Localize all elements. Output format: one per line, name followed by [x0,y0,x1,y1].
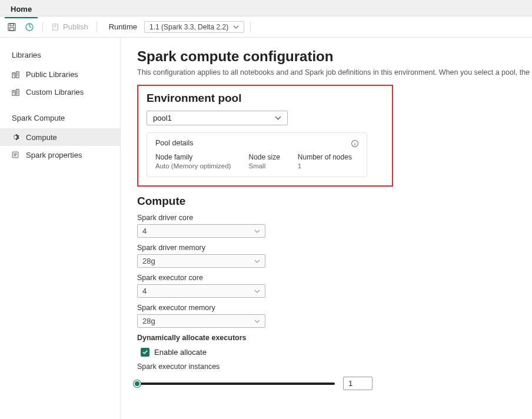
driver-memory-value: 28g [142,257,155,265]
info-icon[interactable] [350,139,360,148]
page-subtitle: This configuration applies to all notebo… [137,68,532,77]
enable-allocate-checkbox[interactable]: Enable allocate [137,344,532,357]
svg-rect-0 [8,24,15,31]
toolbar-separator [42,22,43,32]
sidebar-item-label: Custom Libraries [26,88,84,97]
toolbar-separator-2 [97,22,97,32]
num-nodes-label: Number of nodes [298,153,352,161]
sidebar-group-spark-compute: Spark Compute [0,111,120,128]
sidebar-item-custom-libraries[interactable]: Custom Libraries [0,83,120,101]
executor-instances-label: Spark executor instances [137,363,532,371]
pool-details-title: Pool details [155,139,358,147]
node-family-label: Node family [155,153,231,161]
executor-memory-value: 28g [142,317,155,325]
page-title: Spark compute configuration [137,48,532,65]
save-icon[interactable] [5,20,19,34]
chevron-down-icon [254,258,260,264]
properties-icon [11,150,20,159]
top-tab-bar: Home [0,0,532,16]
pool-node-family: Node family Auto (Memory optimized) [155,153,231,169]
toolbar: Publish Runtime 1.1 (Spark 3.3, Delta 2.… [0,16,532,38]
num-nodes-value: 1 [298,162,352,169]
building-icon [11,69,20,79]
driver-core-select[interactable]: 4 [137,224,265,238]
sidebar-item-spark-properties[interactable]: Spark properties [0,146,120,164]
environment-pool-section: Environment pool pool1 Pool details Node… [137,85,393,187]
node-family-value: Auto (Memory optimized) [155,162,231,169]
pool-dropdown[interactable]: pool1 [147,111,288,125]
publish-button[interactable]: Publish [49,21,91,32]
executor-core-select[interactable]: 4 [137,284,265,298]
chevron-down-icon [254,288,260,294]
chevron-down-icon [275,115,281,121]
enable-allocate-label: Enable allocate [154,348,207,357]
checkmark-icon [141,348,149,357]
building-icon [11,87,20,97]
driver-memory-label: Spark driver memory [137,244,532,252]
chevron-down-icon [254,318,260,324]
sidebar-item-public-libraries[interactable]: Public Libraries [0,65,120,83]
svg-rect-2 [10,28,14,31]
node-size-value: Small [248,162,280,169]
sidebar-item-compute[interactable]: Compute [0,128,120,146]
runtime-value: 1.1 (Spark 3.3, Delta 2.2) [149,23,228,31]
discard-icon[interactable] [22,20,36,34]
driver-memory-select[interactable]: 28g [137,254,265,268]
pool-node-size: Node size Small [248,153,280,169]
svg-rect-1 [10,24,14,26]
executor-instances-slider[interactable] [137,383,335,385]
executor-core-value: 4 [142,287,147,295]
slider-thumb[interactable] [134,380,141,387]
tab-home[interactable]: Home [5,2,38,18]
sidebar: Libraries Public Libraries Custom Librar… [0,38,121,419]
executor-instances-input[interactable]: 1 [343,377,373,390]
chevron-down-icon [233,24,239,30]
node-size-label: Node size [248,153,280,161]
sidebar-item-label: Compute [26,133,57,142]
runtime-label: Runtime [103,22,141,31]
main-content: Spark compute configuration This configu… [121,38,532,419]
sidebar-item-label: Public Libraries [26,70,78,79]
compute-heading: Compute [137,195,532,208]
executor-core-label: Spark executor core [137,274,532,282]
publish-label: Publish [63,22,88,31]
runtime-dropdown[interactable]: 1.1 (Spark 3.3, Delta 2.2) [144,21,244,33]
executor-memory-label: Spark executor memory [137,304,532,312]
dynamic-allocate-label: Dynamically allocate executors [137,334,532,342]
sidebar-group-libraries: Libraries [0,48,120,65]
driver-core-label: Spark driver core [137,214,532,222]
pool-selected-value: pool1 [153,114,172,122]
environment-pool-heading: Environment pool [147,92,384,105]
pool-details-card: Pool details Node family Auto (Memory op… [147,132,367,177]
sidebar-item-label: Spark properties [26,151,82,159]
toolbar-separator-3 [250,22,251,32]
chevron-down-icon [254,228,260,234]
gear-icon [11,132,20,142]
pool-num-nodes: Number of nodes 1 [298,153,352,169]
driver-core-value: 4 [142,227,147,235]
executor-memory-select[interactable]: 28g [137,314,265,328]
